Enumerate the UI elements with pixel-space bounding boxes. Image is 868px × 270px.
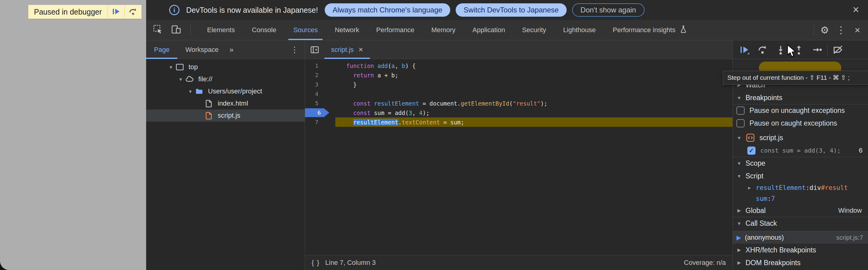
cloud-icon [185,74,194,84]
tab-console[interactable]: Console [244,20,285,40]
resume-icon [112,7,121,17]
more-tabs-icon[interactable]: » [226,46,237,54]
tab-label: Sources [293,26,318,34]
code-line-content[interactable] [335,89,733,98]
line-number[interactable]: 2 [305,70,335,80]
code-line: 1function add(a, b) { [305,61,733,70]
code-token: ); [540,100,548,107]
code-token [346,100,353,107]
deactivate-breakpoints-icon[interactable] [829,42,847,57]
step-over-icon[interactable] [753,42,772,57]
line-number[interactable]: 6 [305,108,335,117]
code-line-content[interactable]: const sum = add(3, 4); [335,108,733,117]
collapse-arrow-icon[interactable]: ▼ [186,89,195,94]
tab-performance[interactable]: Performance [368,20,423,40]
resume-script-icon[interactable] [735,42,753,57]
step-icon[interactable] [808,42,826,57]
pause-uncaught-row[interactable]: Pause on uncaught exceptions [733,104,868,117]
tree-item-file-[interactable]: ▼file:// [146,73,305,85]
navigator-menu-kebab-icon[interactable]: ⋮ [290,45,305,55]
tab-memory[interactable]: Memory [423,20,464,40]
expand-arrow-icon: ▶ [743,185,756,190]
banner-step-over-button[interactable] [124,5,141,19]
tab-network[interactable]: Network [326,20,368,40]
call-stack-frame-row[interactable]: ▶ (anonymous) script.js:7 [733,231,868,244]
tree-item-users-user-project[interactable]: ▼Users/user/project [146,85,305,97]
tab-page[interactable]: Page [146,40,177,59]
scope-result-row[interactable]: ▶ resultElement: div#result [733,182,868,193]
more-options-kebab-icon[interactable]: ⋮ [834,23,848,37]
tab-sources[interactable]: Sources [285,20,326,40]
section-breakpoints[interactable]: ▼ Breakpoints [733,91,868,104]
coverage-label: Coverage: n/a [684,259,726,267]
code-line-content[interactable]: function add(a, b) { [335,61,733,70]
line-number[interactable]: 5 [305,98,335,108]
section-xhr-breakpoints[interactable]: ▶ XHR/fetch Breakpoints [733,244,868,256]
breakpoint-entry-row[interactable]: ✓ const sum = add(3, 4); 6 [733,144,868,157]
tree-item-script-js[interactable]: script.js [146,110,305,122]
step-out-tooltip: Step out of current function - ⇧ F11 - ⌘… [723,71,868,85]
code-token: , [395,62,402,69]
line-number[interactable]: 4 [305,89,335,98]
scope-global-row[interactable]: ▶ Global Window [733,204,868,217]
tab-security[interactable]: Security [514,20,555,40]
infobar-button[interactable]: Switch DevTools to Japanese [456,3,567,17]
tab-lighthouse[interactable]: Lighthouse [555,20,604,40]
code-line-content[interactable]: return a + b; [335,70,733,80]
scope-script-row[interactable]: ▼ Script [733,170,868,182]
scope-global-label: Global [745,207,766,215]
breakpoint-badge[interactable]: 6 [305,108,329,117]
breakpoint-group-row[interactable]: ▼ script.js [733,131,868,144]
tree-item-label: index.html [218,99,248,108]
pretty-print-braces-icon[interactable]: { } [312,259,320,267]
editor-status-bar: { } Line 7, Column 3 Coverage: n/a [305,255,733,270]
code-line-content[interactable]: const resultElement = document.getElemen… [335,98,733,108]
devtools-close-icon[interactable]: × [850,23,864,37]
line-number[interactable]: 3 [305,80,335,89]
inspect-icon[interactable] [153,24,163,36]
tab-elements[interactable]: Elements [198,20,244,40]
section-scope[interactable]: ▼ Scope [733,157,868,170]
tree-item-label: top [189,63,198,71]
settings-gear-icon[interactable]: ⚙ [818,23,832,37]
tab-close-icon[interactable]: × [359,45,363,54]
code-line-content[interactable]: resultElement.textContent = sum; [335,117,733,127]
section-dom-breakpoints[interactable]: ▶ DOM Breakpoints [733,256,868,269]
experiment-flask-icon [679,25,688,35]
collapse-navigator-icon[interactable] [305,40,324,59]
pause-caught-row[interactable]: Pause on caught exceptions [733,117,868,129]
infobar-button[interactable]: Don't show again [572,3,645,17]
tab-label: Application [472,26,505,34]
tab-performance-insights[interactable]: Performance insights [604,20,696,40]
code-editor[interactable]: 1function add(a, b) {2 return a + b;3 }4… [305,59,733,255]
section-call-stack[interactable]: ▼ Call Stack [733,217,868,230]
collapse-arrow-icon[interactable]: ▼ [167,65,175,70]
tab-label: Lighthouse [563,26,596,34]
line-number[interactable]: 7 [305,117,335,127]
tree-item-top[interactable]: ▼top [146,61,305,73]
scope-sum-row[interactable]: sum: 7 [733,193,868,204]
code-token: ); [423,110,430,116]
line-number[interactable]: 1 [305,61,335,70]
breakpoint-checkbox[interactable]: ✓ [747,147,755,155]
collapse-arrow-icon[interactable]: ▼ [177,77,185,82]
paused-banner-label: Paused in debugger [29,7,107,17]
code-token [374,62,377,69]
device-toolbar-icon[interactable] [171,24,181,36]
pause-uncaught-label: Pause on uncaught exceptions [749,107,845,115]
editor-tab-scriptjs[interactable]: script.js × [324,40,370,59]
tab-application[interactable]: Application [464,20,514,40]
pause-caught-checkbox[interactable] [737,119,745,127]
banner-resume-button[interactable] [107,5,124,19]
breakpoint-group-label: script.js [760,134,783,142]
infobar: i DevTools is now available in Japanese!… [146,0,868,20]
pause-uncaught-checkbox[interactable] [737,107,745,115]
infobar-button[interactable]: Always match Chrome's language [325,3,450,17]
code-line-content[interactable]: } [335,80,733,89]
infobar-close-icon[interactable]: × [849,3,863,17]
tree-item-index-html[interactable]: index.html [146,97,305,110]
tab-label: Security [522,26,546,34]
tab-workspace[interactable]: Workspace [177,40,226,59]
scope-value-tag: div [809,184,821,191]
code-token: . [398,119,402,126]
